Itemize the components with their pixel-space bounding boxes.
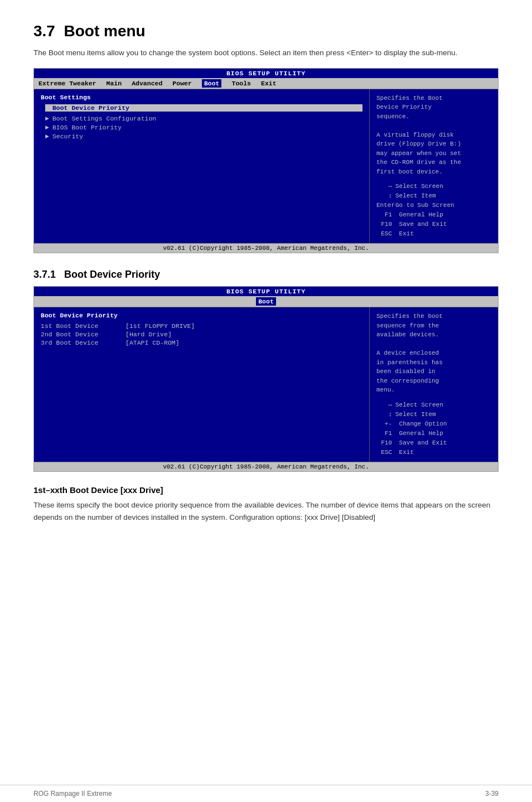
menu-power[interactable]: Power	[172, 80, 192, 87]
section-description: The Boot menu items allow you to change …	[33, 47, 499, 59]
device-row-1st[interactable]: 1st Boot Device [1st FLOPPY DRIVE]	[41, 322, 362, 330]
device-value-3rd: [ATAPI CD-ROM]	[125, 339, 180, 346]
menu-exit[interactable]: Exit	[261, 80, 277, 87]
bios-item-security[interactable]: ► Security	[45, 133, 362, 140]
bios-menubar-2: Boot	[34, 296, 498, 307]
device-value-2nd: [Hard Drive]	[125, 331, 172, 338]
bios-right-2: Specifies the bootsequence from theavail…	[370, 307, 498, 462]
bios-device-table: 1st Boot Device [1st FLOPPY DRIVE] 2nd B…	[41, 322, 362, 346]
device-value-1st: [1st FLOPPY DRIVE]	[125, 322, 195, 330]
bios-item-boot-settings-config[interactable]: ► Boot Settings Configuration	[45, 115, 362, 122]
bios-key-hints-2: ↔Select Screen ↕Select Item +- Change Op…	[376, 400, 491, 457]
bios-body-1: Boot Settings ► Boot Device Priority ► B…	[34, 89, 498, 244]
bios-box-1: BIOS SETUP UTILITY Extreme Tweaker Main …	[33, 68, 499, 254]
arrow-icon-1: ►	[45, 104, 49, 112]
bios-help-text-2: Specifies the bootsequence from theavail…	[376, 312, 491, 395]
device-label-3rd: 3rd Boot Device	[41, 339, 119, 346]
section-title: 3.7 Boot menu	[33, 22, 499, 40]
menu-main[interactable]: Main	[107, 80, 122, 87]
menu-extreme-tweaker[interactable]: Extreme Tweaker	[38, 80, 96, 87]
bios-left-1: Boot Settings ► Boot Device Priority ► B…	[34, 89, 370, 244]
bios-section-label-1: Boot Settings	[41, 94, 362, 101]
bios-footer-1: v02.61 (C)Copyright 1985-2008, American …	[34, 243, 498, 253]
bios-item-bios-boot-priority[interactable]: ► BIOS Boot Priority	[45, 124, 362, 131]
bios-right-1: Specifies the BootDevice Prioritysequenc…	[370, 89, 498, 244]
subsubsection-title: 1st–xxth Boot Device [xxx Drive]	[33, 485, 499, 495]
bios-body-2: Boot Device Priority 1st Boot Device [1s…	[34, 307, 498, 462]
arrow-icon-2: ►	[45, 115, 49, 122]
arrow-icon-4: ►	[45, 133, 49, 140]
bios-topbar-2: BIOS SETUP UTILITY	[34, 287, 498, 296]
arrow-icon-3: ►	[45, 124, 49, 131]
page-footer: ROG Rampage II Extreme 3-39	[0, 785, 532, 802]
bios-topbar-1: BIOS SETUP UTILITY	[34, 69, 498, 78]
menu-boot-active[interactable]: Boot	[202, 79, 222, 88]
bios-box-2: BIOS SETUP UTILITY Boot Boot Device Prio…	[33, 286, 499, 472]
bios-footer-2: v02.61 (C)Copyright 1985-2008, American …	[34, 462, 498, 471]
bios-help-text-1: Specifies the BootDevice Prioritysequenc…	[376, 94, 491, 177]
menu-boot-2-active[interactable]: Boot	[256, 297, 276, 306]
subsection-title: 3.7.1 Boot Device Priority	[33, 269, 499, 281]
bios-item-boot-device-priority[interactable]: ► Boot Device Priority	[45, 104, 362, 112]
device-label-1st: 1st Boot Device	[41, 322, 119, 330]
footer-product-name: ROG Rampage II Extreme	[33, 790, 112, 798]
menu-advanced[interactable]: Advanced	[132, 80, 162, 87]
bios-menubar-1: Extreme Tweaker Main Advanced Power Boot…	[34, 78, 498, 89]
bios-left-2: Boot Device Priority 1st Boot Device [1s…	[34, 307, 370, 462]
bios-key-hints-1: ↔Select Screen ↕Select Item Enter Go to …	[376, 182, 491, 239]
device-row-3rd[interactable]: 3rd Boot Device [ATAPI CD-ROM]	[41, 339, 362, 346]
device-label-2nd: 2nd Boot Device	[41, 331, 119, 338]
bios-section-label-2: Boot Device Priority	[41, 312, 362, 319]
subsubsection-description: These items specify the boot device prio…	[33, 499, 499, 523]
menu-tools[interactable]: Tools	[231, 80, 251, 87]
device-row-2nd[interactable]: 2nd Boot Device [Hard Drive]	[41, 331, 362, 338]
footer-page-number: 3-39	[485, 790, 499, 798]
